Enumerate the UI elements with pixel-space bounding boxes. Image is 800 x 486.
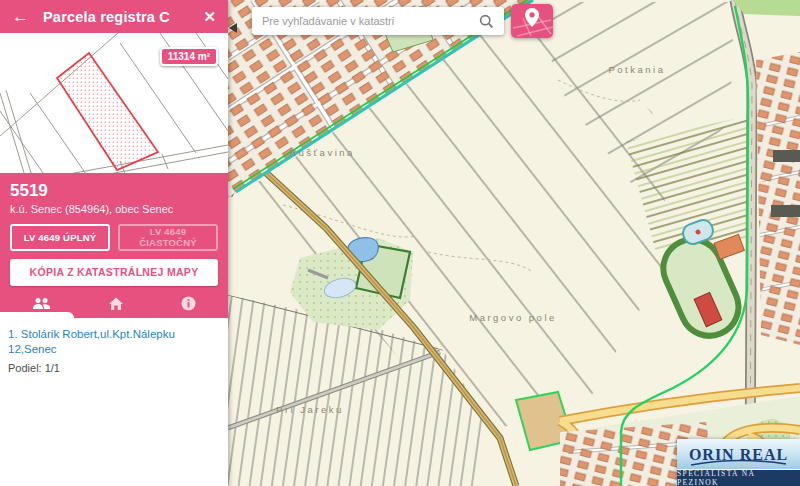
- cadastral-map[interactable]: Hušťavina Potkania Margovo pole Pri Jare…: [228, 0, 800, 486]
- area-badge: 11314 m²: [160, 47, 218, 66]
- sidebar-collapse-icon[interactable]: [229, 23, 237, 33]
- page-title: Parcela registra C: [43, 9, 203, 25]
- label-hustavina: Hušťavina: [289, 147, 355, 158]
- map-pin-icon: [525, 8, 539, 27]
- home-tab-icon[interactable]: [108, 296, 124, 311]
- parcel-number: 5519: [10, 181, 218, 201]
- sidebar-header: ← Parcela registra C ✕: [0, 0, 228, 33]
- orin-real-logo: ORIN REAL ŠPECIALISTA NA PEZINOK: [677, 439, 800, 486]
- map-mode-button[interactable]: [511, 4, 553, 38]
- label-potkania: Potkania: [609, 64, 666, 75]
- parcel-detail-sidebar: ← Parcela registra C ✕: [0, 0, 228, 486]
- close-icon[interactable]: ✕: [203, 8, 216, 26]
- map-area: Hušťavina Potkania Margovo pole Pri Jare…: [228, 0, 800, 486]
- lv-full-button[interactable]: LV 4649 ÚPLNÝ: [10, 224, 110, 251]
- label-pri-jarku: Pri Jareku: [276, 404, 344, 415]
- search-input[interactable]: [262, 15, 473, 27]
- parcel-subtitle: k.ú. Senec (854964), obec Senec: [10, 203, 218, 215]
- owners-section: 1. Stolárik Robert,ul.Kpt.Nálepku 12,Sen…: [0, 318, 228, 486]
- owner-share: Podiel: 1/1: [8, 362, 220, 374]
- parcel-preview-map: 11314 m²: [0, 33, 228, 173]
- search-icon[interactable]: [479, 14, 494, 29]
- back-icon[interactable]: ←: [12, 8, 29, 25]
- urban-area-right: [756, 50, 800, 350]
- parcel-info-panel: 5519 k.ú. Senec (854964), obec Senec LV …: [0, 173, 228, 318]
- logo-top-band: ORIN REAL: [677, 439, 800, 469]
- active-tab-indicator: [0, 312, 74, 318]
- lv-partial-button[interactable]: LV 4649 ČIASTOČNÝ: [118, 224, 218, 251]
- search-bar: [252, 7, 504, 35]
- owners-tab-icon[interactable]: [32, 297, 51, 311]
- logo-bottom-band: ŠPECIALISTA NA PEZINOK: [677, 469, 800, 486]
- logo-tagline: ŠPECIALISTA NA PEZINOK: [677, 469, 800, 486]
- app-window: ← Parcela registra C ✕: [0, 0, 800, 486]
- label-margovo-pole: Margovo pole: [469, 312, 557, 323]
- cadastral-map-copy-button[interactable]: KÓPIA Z KATASTRÁLNEJ MAPY: [10, 259, 218, 286]
- info-tab-icon[interactable]: [181, 296, 196, 311]
- logo-swoosh: [687, 459, 790, 467]
- owner-link[interactable]: 1. Stolárik Robert,ul.Kpt.Nálepku 12,Sen…: [8, 327, 220, 357]
